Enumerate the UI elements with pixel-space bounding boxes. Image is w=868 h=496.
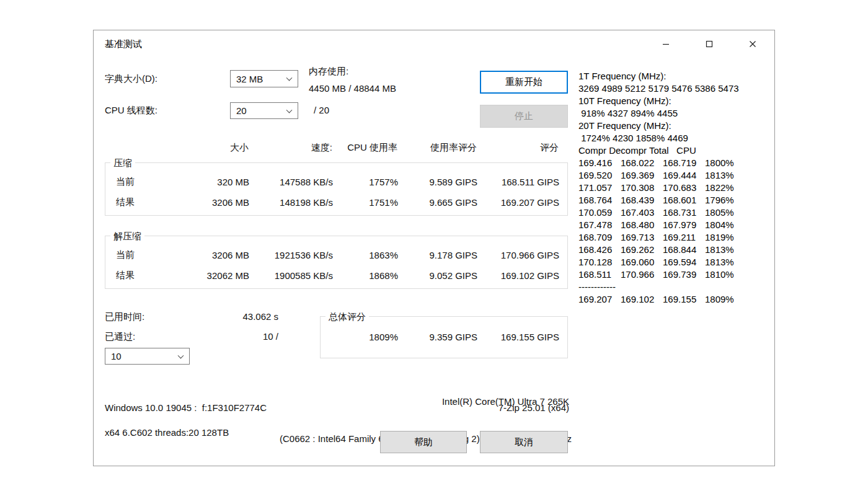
table-row: 结果 3206 MB 148198 KB/s 1751% 9.665 GIPS … [105, 192, 567, 213]
cell-speed: 148198 KB/s [249, 197, 333, 208]
cell-rating: 170.966 GIPS [477, 250, 559, 260]
header-spacer [105, 141, 174, 154]
log-cell: 168.709 [578, 231, 621, 244]
log-cell: 1819% [705, 231, 737, 244]
log-cell: 169.520 [578, 169, 621, 182]
header-rating: 评分 [477, 141, 559, 154]
cpu-threads-select[interactable]: 20 [230, 102, 298, 119]
log-line: 918% 4327 894% 4455 [578, 107, 774, 120]
table-row: 当前 3206 MB 1921536 KB/s 1863% 9.178 GIPS… [105, 245, 567, 265]
log-cell: 168.731 [663, 206, 705, 219]
table-row: 当前 320 MB 147588 KB/s 1757% 9.589 GIPS 1… [105, 172, 567, 192]
chevron-down-icon [178, 352, 184, 358]
cell-rating: 168.511 GIPS [477, 177, 559, 187]
chevron-down-icon [286, 75, 293, 81]
log-cell: 168.601 [663, 194, 705, 206]
log-cell: 169.207 [578, 293, 621, 306]
total-rating-group: 总体评分 1809% 9.359 GIPS 169.155 GIPS [320, 316, 568, 358]
log-cell: 1809% [705, 293, 737, 306]
elapsed-time-line: 已用时间: 43.062 s [105, 311, 278, 323]
log-cell: 167.478 [578, 219, 621, 231]
log-row: 168.764168.439168.6011796% [578, 194, 774, 206]
row-label: 当前 [105, 249, 175, 261]
cancel-button[interactable]: 取消 [480, 431, 568, 453]
cpu-threads-label: CPU 线程数: [105, 104, 157, 117]
close-button[interactable] [731, 30, 774, 58]
cell-size: 32062 MB [175, 270, 249, 281]
log-separator: ------------ [578, 281, 774, 293]
chevron-down-icon [286, 107, 293, 113]
table-row: 结果 32062 MB 1900585 KB/s 1868% 9.052 GIP… [105, 265, 567, 286]
log-cell: 168.480 [621, 219, 663, 231]
cpu-threads-value: 20 [236, 105, 247, 116]
log-cell: 169.262 [621, 244, 663, 256]
compression-group-label: 压缩 [110, 157, 135, 169]
cell-usage-rating: 9.178 GIPS [398, 250, 477, 260]
log-cell: 169.444 [663, 169, 705, 182]
elapsed-time-label: 已用时间: [105, 311, 144, 323]
benchmark-dialog: 基准测试 字典大小(D): 32 MB 内存使用: 4450 MB / 4884… [93, 30, 775, 466]
log-row: 170.128169.060169.5941813% [578, 256, 774, 268]
cell-usage-rating: 9.665 GIPS [398, 197, 477, 208]
log-row: 169.416168.022168.7191800% [578, 157, 774, 169]
results-table-header: 大小 速度: CPU 使用率 使用率评分 评分 [105, 141, 568, 154]
window-title: 基准测试 [105, 38, 142, 50]
cell-size: 320 MB [175, 177, 249, 187]
cell-usage-rating: 9.052 GIPS [398, 270, 477, 281]
window-controls [644, 30, 774, 58]
log-cell: 168.511 [578, 268, 621, 281]
help-button[interactable]: 帮助 [380, 431, 467, 453]
header-usage-rating: 使用率评分 [397, 141, 477, 154]
cell-usage-rating: 9.589 GIPS [398, 177, 477, 187]
cell-cpu: 1757% [333, 177, 398, 187]
log-line: 3269 4989 5212 5179 5476 5386 5473 [578, 82, 774, 95]
log-row: 170.059167.403168.7311805% [578, 206, 774, 219]
log-row: 171.057170.308170.6831822% [578, 182, 774, 194]
passes-count-select[interactable]: 10 [105, 348, 190, 365]
log-line: 1724% 4230 1858% 4469 [578, 132, 774, 144]
cell-speed: 147588 KB/s [249, 177, 333, 187]
log-cell: 1796% [705, 194, 737, 206]
cell-cpu: 1863% [333, 250, 398, 260]
log-cell: 168.764 [578, 194, 621, 206]
row-label: 结果 [105, 197, 175, 208]
header-cpu-usage: CPU 使用率 [332, 141, 397, 154]
passes-label: 已通过: [105, 330, 135, 343]
compression-group: 压缩 当前 320 MB 147588 KB/s 1757% 9.589 GIP… [105, 162, 568, 216]
log-cell: 1813% [705, 244, 737, 256]
log-cell: 1800% [705, 157, 737, 169]
dictionary-size-label: 字典大小(D): [105, 73, 157, 85]
log-cell: 169.102 [621, 293, 663, 306]
restart-button[interactable]: 重新开始 [480, 71, 568, 94]
memory-usage-value: 4450 MB / 48844 MB [309, 82, 396, 95]
memory-usage-label: 内存使用: [309, 65, 348, 78]
log-row: 168.709169.713169.2111819% [578, 231, 774, 244]
log-cell: 170.966 [621, 268, 663, 281]
log-cell: 170.683 [663, 182, 705, 194]
log-row: 168.511170.966169.7391810% [578, 268, 774, 281]
log-cell: 169.155 [663, 293, 705, 306]
passes-count-value: 10 [111, 351, 122, 361]
cell-speed: 1921536 KB/s [249, 250, 333, 260]
decompression-group-label: 解压缩 [110, 230, 144, 242]
app-version: 7-Zip 25.01 (x64) [404, 402, 569, 414]
log-row: 167.478168.480167.9791804% [578, 219, 774, 231]
total-cpu-usage: 1809% [321, 332, 398, 342]
log-cell: 168.022 [621, 157, 663, 169]
titlebar[interactable]: 基准测试 [94, 30, 774, 58]
total-rating: 169.155 GIPS [477, 332, 559, 342]
log-line: 20T Frequency (MHz): [578, 120, 774, 132]
cell-size: 3206 MB [175, 250, 249, 260]
build-info: x64 6.C602 threads:20 128TB [105, 427, 229, 439]
dictionary-size-select[interactable]: 32 MB [230, 70, 298, 87]
maximize-button[interactable] [688, 30, 731, 58]
log-cell: 1804% [705, 219, 737, 231]
log-cell: 1813% [705, 256, 737, 268]
cell-rating: 169.207 GIPS [477, 197, 559, 208]
cell-size: 3206 MB [175, 197, 249, 208]
cell-cpu: 1751% [333, 197, 398, 208]
minimize-button[interactable] [644, 30, 688, 58]
row-label: 结果 [105, 270, 175, 281]
stop-button[interactable]: 停止 [480, 105, 568, 128]
log-cell: 169.369 [621, 169, 663, 182]
